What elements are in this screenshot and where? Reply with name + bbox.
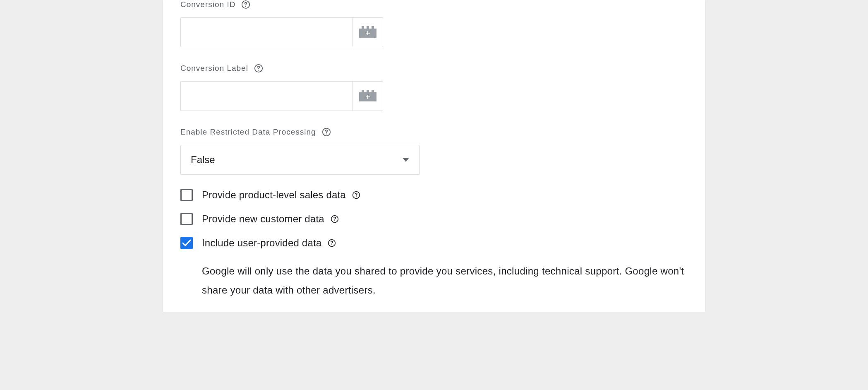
svg-rect-5: [372, 26, 374, 29]
help-icon[interactable]: [322, 128, 331, 137]
svg-rect-7: [367, 31, 368, 35]
form-panel: Conversion ID Conversion Label: [163, 0, 705, 312]
conversion-label-label-text: Conversion Label: [180, 64, 248, 73]
conversion-id-variable-button[interactable]: [352, 18, 383, 47]
restricted-data-label: Enable Restricted Data Processing: [180, 128, 688, 137]
product-sales-label: Provide product-level sales data: [202, 189, 361, 201]
restricted-data-field: Enable Restricted Data Processing False: [180, 128, 688, 175]
svg-point-23: [331, 244, 332, 245]
check-icon: [182, 239, 191, 247]
svg-point-9: [258, 70, 259, 70]
svg-rect-15: [367, 95, 368, 99]
svg-point-21: [334, 220, 335, 221]
conversion-id-label: Conversion ID: [180, 0, 688, 9]
conversion-id-label-text: Conversion ID: [180, 0, 235, 9]
product-sales-checkbox-row: Provide product-level sales data: [180, 189, 688, 201]
conversion-label-variable-button[interactable]: [352, 82, 383, 111]
conversion-label-field: Conversion Label: [180, 64, 688, 111]
help-icon[interactable]: [352, 190, 361, 200]
conversion-label-input-group: [180, 81, 383, 111]
conversion-id-input-group: [180, 17, 383, 47]
svg-point-1: [245, 6, 246, 7]
svg-rect-13: [372, 90, 374, 92]
restricted-data-select[interactable]: False: [180, 145, 420, 175]
product-sales-checkbox[interactable]: [180, 189, 193, 201]
product-sales-label-text: Provide product-level sales data: [202, 189, 346, 201]
svg-rect-3: [362, 26, 364, 29]
user-provided-checkbox-row: Include user-provided data: [180, 237, 688, 249]
user-provided-checkbox[interactable]: [180, 237, 193, 249]
user-provided-description: Google will only use the data you shared…: [202, 262, 688, 299]
restricted-data-label-text: Enable Restricted Data Processing: [180, 128, 316, 137]
brick-plus-icon: [359, 26, 376, 39]
brick-plus-icon: [359, 90, 376, 103]
conversion-label-input[interactable]: [181, 82, 352, 111]
svg-point-19: [356, 196, 357, 197]
new-customer-checkbox-row: Provide new customer data: [180, 213, 688, 225]
svg-rect-4: [367, 26, 369, 29]
new-customer-checkbox[interactable]: [180, 213, 193, 225]
svg-rect-12: [367, 90, 369, 92]
chevron-down-icon: [403, 156, 409, 164]
new-customer-label-text: Provide new customer data: [202, 213, 324, 225]
help-icon[interactable]: [330, 214, 339, 224]
restricted-data-value: False: [191, 154, 215, 166]
svg-point-17: [326, 133, 327, 134]
conversion-id-input[interactable]: [181, 18, 352, 47]
user-provided-label-text: Include user-provided data: [202, 237, 321, 249]
svg-rect-11: [362, 90, 364, 92]
help-icon[interactable]: [254, 64, 263, 73]
new-customer-label: Provide new customer data: [202, 213, 339, 225]
user-provided-label: Include user-provided data: [202, 237, 336, 249]
help-icon[interactable]: [327, 238, 336, 248]
conversion-id-field: Conversion ID: [180, 0, 688, 47]
help-icon[interactable]: [241, 0, 250, 9]
conversion-label-label: Conversion Label: [180, 64, 688, 73]
